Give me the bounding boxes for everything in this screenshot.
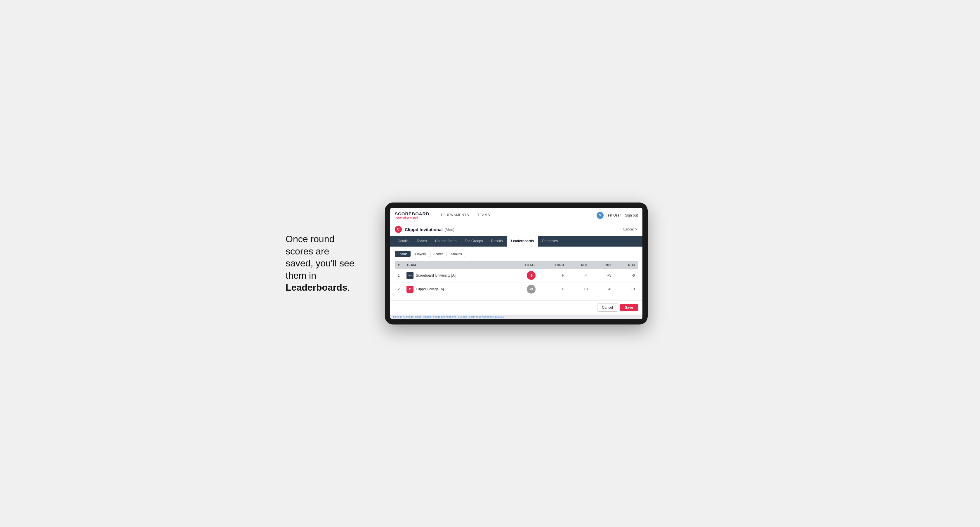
col-rd1: RD1 — [567, 261, 590, 269]
team-cell-1: SU Scoreboard University [A] — [404, 269, 507, 283]
tab-details[interactable]: Details — [394, 236, 413, 246]
nav-right: S Test User | Sign out — [597, 212, 638, 219]
leaderboard-table: # TEAM TOTAL THRU RD1 RD2 RD3 1 — [395, 261, 638, 296]
save-button[interactable]: Save — [620, 304, 638, 311]
desc-line1: Once round — [286, 234, 334, 244]
rank-1: 1 — [395, 269, 404, 283]
col-rd2: RD2 — [590, 261, 614, 269]
rd1-1: -4 — [567, 269, 590, 283]
logo-subtitle: Powered by clippd — [395, 216, 429, 219]
rd3-2: +3 — [614, 283, 638, 296]
sign-out-link[interactable]: Sign out — [625, 213, 638, 217]
team-logo-2: C — [406, 286, 414, 293]
page-wrapper: Once round scores are saved, you'll see … — [286, 203, 694, 324]
team-name-1: Scoreboard University [A] — [416, 273, 455, 278]
team-logo-1: SU — [406, 272, 414, 279]
tab-results[interactable]: Results — [487, 236, 507, 246]
table-row: 1 SU Scoreboard University [A] -5 F — [395, 269, 638, 283]
desc-line4: them in — [286, 270, 316, 281]
col-team: TEAM — [404, 261, 507, 269]
filter-players[interactable]: Players — [412, 251, 429, 257]
filter-row: Teams Players Scores Strokes — [395, 251, 638, 257]
thru-2: F — [538, 283, 567, 296]
content-area: Teams Players Scores Strokes # TEAM TOTA… — [390, 246, 643, 300]
bottom-bar: Cancel Save — [390, 300, 643, 314]
top-nav: SCOREBOARD Powered by clippd TOURNAMENTS… — [390, 208, 643, 223]
desc-line2: scores are — [286, 246, 329, 257]
tournament-header: C Clippd Invitational (Men) Cancel ✕ — [390, 223, 643, 236]
filter-scores[interactable]: Scores — [430, 251, 447, 257]
col-rd3: RD3 — [614, 261, 638, 269]
table-header-row: # TEAM TOTAL THRU RD1 RD2 RD3 — [395, 261, 638, 269]
rd3-1: -6 — [614, 269, 638, 283]
rank-2: 2 — [395, 283, 404, 296]
tab-printables[interactable]: Printables — [538, 236, 562, 246]
nav-links: TOURNAMENTS TEAMS — [436, 208, 494, 223]
col-total: TOTAL — [507, 261, 538, 269]
tablet-frame: SCOREBOARD Powered by clippd TOURNAMENTS… — [385, 203, 648, 324]
user-name: Test User | — [606, 213, 622, 217]
thru-1: F — [538, 269, 567, 283]
team-cell-2: C Clippd College [A] — [404, 283, 507, 296]
left-description: Once round scores are saved, you'll see … — [286, 233, 368, 294]
total-1: -5 — [507, 269, 538, 283]
col-rank: # — [395, 261, 404, 269]
tournament-logo: C — [395, 226, 402, 233]
team-name-2: Clippd College [A] — [416, 287, 444, 291]
user-avatar: S — [597, 212, 604, 219]
tournament-name: Clippd Invitational — [405, 227, 443, 232]
tablet-screen: SCOREBOARD Powered by clippd TOURNAMENTS… — [390, 208, 643, 319]
tab-course-setup[interactable]: Course Setup — [431, 236, 460, 246]
table-body: 1 SU Scoreboard University [A] -5 F — [395, 269, 638, 296]
tab-tee-groups[interactable]: Tee Groups — [460, 236, 487, 246]
tournament-cancel[interactable]: Cancel ✕ — [623, 227, 638, 232]
rd2-2: -8 — [590, 283, 614, 296]
score-badge-2: +3 — [527, 285, 536, 294]
tab-teams[interactable]: Teams — [413, 236, 431, 246]
desc-line5-bold: Leaderboards — [286, 282, 347, 293]
desc-line3: saved, you'll see — [286, 258, 355, 268]
cancel-button[interactable]: Cancel — [597, 303, 618, 312]
table-row: 2 C Clippd College [A] +3 F — [395, 283, 638, 296]
filter-teams[interactable]: Teams — [395, 251, 410, 257]
nav-teams[interactable]: TEAMS — [473, 208, 494, 223]
sub-nav: Details Teams Course Setup Tee Groups Re… — [390, 236, 643, 246]
logo-area: SCOREBOARD Powered by clippd — [395, 211, 429, 219]
score-badge-1: -5 — [527, 271, 536, 280]
logo-title: SCOREBOARD — [395, 211, 429, 216]
nav-tournaments[interactable]: TOURNAMENTS — [436, 208, 473, 223]
rd1-2: +8 — [567, 283, 590, 296]
col-thru: THRU — [538, 261, 567, 269]
rd2-1: +5 — [590, 269, 614, 283]
tab-leaderboards[interactable]: Leaderboards — [507, 236, 538, 246]
total-2: +3 — [507, 283, 538, 296]
filter-strokes[interactable]: Strokes — [448, 251, 465, 257]
url-bar: https://stage-blue-coach.stagescoreboard… — [390, 314, 643, 319]
tournament-gender: (Men) — [444, 227, 454, 232]
